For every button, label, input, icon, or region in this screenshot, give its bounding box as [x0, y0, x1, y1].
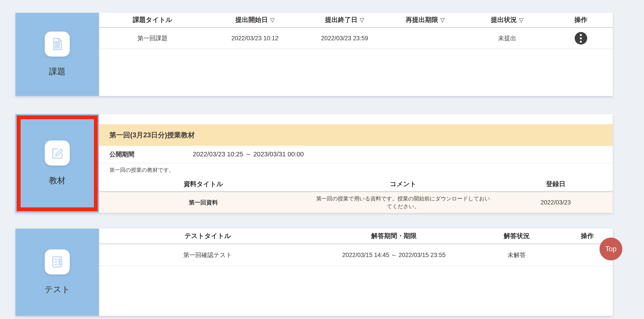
- column-header-submit-end[interactable]: 提出終了日▽: [304, 16, 385, 24]
- column-header-resubmit-deadline[interactable]: 再提出期限▽: [385, 16, 465, 24]
- column-header-submit-status[interactable]: 提出状況▽: [465, 16, 549, 24]
- materials-description: 第一回の授業の教材です。: [99, 163, 613, 174]
- assignment-end-date: 2022/03/23 23:59: [304, 35, 385, 42]
- column-header-operation: 操作: [549, 16, 613, 24]
- column-header-answer-period: 解答期間・期限: [316, 231, 472, 240]
- material-comment: 第一回の授業で用いる資料です。授業の開始前にダウンロードしておいてください。: [308, 195, 499, 210]
- sidebar-tab-tests[interactable]: テスト: [16, 229, 99, 316]
- column-header-test-title: テストタイトル: [99, 231, 316, 240]
- materials-top-spacer: [99, 114, 613, 124]
- assignments-empty-area: [99, 49, 613, 96]
- publication-period-label: 公開期間: [99, 150, 193, 159]
- column-header-material-title: 資料タイトル: [99, 180, 308, 189]
- publication-period-value: 2022/03/23 10:25 ～ 2023/03/31 00:00: [193, 150, 304, 159]
- material-row: 第一回資料 第一回の授業で用いる資料です。授業の開始前にダウンロードしておいてく…: [99, 192, 613, 213]
- tests-table: テストタイトル 解答期間・期限 解答状況 操作 第一回確認テスト 2022/03…: [99, 229, 613, 316]
- materials-section: 教材 第一回(3月23日分)授業教材 公開期間 2022/03/23 10:25…: [16, 114, 613, 212]
- publication-period-row: 公開期間 2022/03/23 10:25 ～ 2023/03/31 00:00: [99, 146, 613, 163]
- assignment-title: 第一回課題: [99, 34, 206, 42]
- sidebar-tab-materials[interactable]: 教材: [16, 114, 99, 212]
- sidebar-tab-assignments[interactable]: 課題: [16, 13, 99, 96]
- assignment-status: 未提出: [465, 34, 549, 42]
- document-icon: [45, 32, 70, 57]
- column-header-comment: コメント: [308, 180, 499, 189]
- tests-section: テスト テストタイトル 解答期間・期限 解答状況 操作 第一回確認テスト 202…: [16, 229, 613, 316]
- tests-empty-area: [99, 266, 613, 316]
- test-title: 第一回確認テスト: [99, 251, 316, 259]
- material-title[interactable]: 第一回資料: [99, 199, 308, 206]
- test-answer-status: 未解答: [471, 251, 562, 259]
- materials-table-header: 資料タイトル コメント 登録日: [99, 177, 613, 191]
- test-row: 第一回確認テスト 2022/03/15 14:45 ～ 2022/03/15 2…: [99, 244, 613, 266]
- materials-description-zone: 第一回の授業の教材です。 資料タイトル コメント 登録日: [99, 163, 613, 191]
- kebab-menu-button[interactable]: [575, 32, 587, 45]
- assignments-table: 課題タイトル 提出開始日▽ 提出終了日▽ 再提出期限▽ 提出状況▽ 操作 第一回…: [99, 13, 613, 96]
- sort-icon[interactable]: ▽: [360, 17, 364, 23]
- assignments-tab-label: 課題: [49, 66, 66, 77]
- column-header-assignment-title: 課題タイトル: [99, 16, 206, 24]
- column-header-submit-start[interactable]: 提出開始日▽: [206, 16, 304, 24]
- sort-icon[interactable]: ▽: [440, 17, 445, 23]
- edit-square-icon: [45, 141, 70, 166]
- assignment-start-date: 2022/03/23 10:12: [206, 35, 304, 42]
- materials-tab-label: 教材: [49, 175, 66, 186]
- column-header-registered-date: 登録日: [499, 180, 613, 189]
- assignment-row: 第一回課題 2022/03/23 10:12 2022/03/23 23:59 …: [99, 28, 613, 49]
- assignments-section: 課題 課題タイトル 提出開始日▽ 提出終了日▽ 再提出期限▽ 提出状況▽ 操作 …: [16, 13, 613, 96]
- column-header-answer-status: 解答状況: [471, 231, 562, 240]
- assignments-table-header: 課題タイトル 提出開始日▽ 提出終了日▽ 再提出期限▽ 提出状況▽ 操作: [99, 13, 613, 27]
- materials-content: 第一回(3月23日分)授業教材 公開期間 2022/03/23 10:25 ～ …: [99, 114, 613, 212]
- material-unit-title: 第一回(3月23日分)授業教材: [99, 124, 613, 146]
- material-registered-date: 2022/03/23: [499, 199, 613, 206]
- assignment-operation-cell: [549, 32, 613, 45]
- sort-icon[interactable]: ▽: [519, 17, 524, 23]
- tests-table-header: テストタイトル 解答期間・期限 解答状況 操作: [99, 229, 613, 243]
- back-to-top-button[interactable]: Top: [600, 238, 622, 260]
- tests-tab-label: テスト: [44, 284, 70, 295]
- sort-icon[interactable]: ▽: [270, 17, 274, 23]
- quiz-checklist-icon: [45, 249, 70, 274]
- test-answer-period: 2022/03/15 14:45 ～ 2022/03/15 23:55: [316, 251, 472, 259]
